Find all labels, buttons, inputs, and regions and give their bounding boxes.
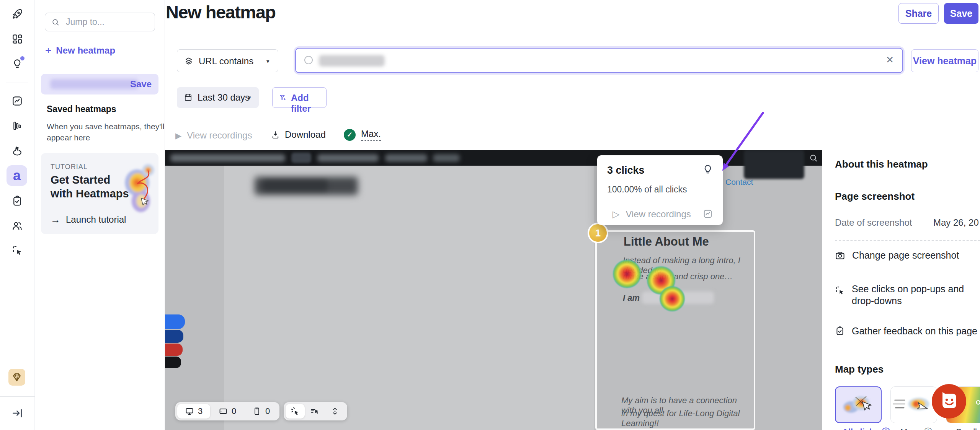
share-button[interactable]: Share <box>898 3 939 24</box>
device-tablet-toggle[interactable]: 0 <box>211 404 244 419</box>
map-label-scroll[interactable]: Scrollⓘ <box>956 426 980 430</box>
card-title: Little About Me <box>624 235 709 249</box>
search-input[interactable] <box>66 13 150 31</box>
desktop-icon <box>185 407 194 416</box>
popups-clicks-action[interactable]: See clicks on pop-ups and drop-downs <box>835 283 976 307</box>
move-map-illustration <box>891 387 937 423</box>
journeys-cursor-icon[interactable] <box>11 145 23 156</box>
jump-to-search[interactable] <box>45 13 155 31</box>
new-heatmap-link[interactable]: + New heatmap <box>45 45 115 56</box>
favicon-placeholder <box>304 56 313 64</box>
clear-input-icon[interactable]: ✕ <box>886 54 894 65</box>
click-map-illustration <box>836 387 881 422</box>
heatmaps-active-tab[interactable]: a <box>7 165 27 186</box>
site-navbar <box>165 150 822 166</box>
panel-divider <box>822 177 980 177</box>
collapse-sidebar-icon[interactable] <box>11 407 23 419</box>
info-icon: ⓘ <box>882 426 890 430</box>
chat-smiley-icon <box>931 384 967 419</box>
device-toggle-group: 3 0 0 <box>175 402 279 420</box>
save-button[interactable]: Save <box>944 3 978 24</box>
redacted-nav-block <box>744 150 804 179</box>
dashboard-icon[interactable] <box>11 33 23 45</box>
site-search-icon <box>809 153 818 163</box>
click-map-toggle[interactable] <box>286 404 305 419</box>
rail-divider <box>6 83 28 83</box>
notification-dot <box>20 56 24 60</box>
download-icon <box>271 130 280 140</box>
search-icon <box>51 18 60 26</box>
info-icon: ⓘ <box>924 426 933 430</box>
map-label-move[interactable]: Moveⓘ <box>900 426 933 430</box>
page-screenshot-heading: Page screenshot <box>835 191 915 202</box>
heat-click-spot <box>660 286 685 311</box>
map-type-all-clicks-thumb[interactable] <box>835 386 882 423</box>
plan-gem-button[interactable] <box>8 369 25 386</box>
device-mobile-toggle[interactable]: 0 <box>245 404 278 419</box>
tooltip-clicks-count: 3 clicks <box>607 165 645 176</box>
ideas-lightbulb-icon[interactable] <box>11 58 23 70</box>
social-share-pill-black[interactable] <box>165 357 181 368</box>
chevron-down-icon: ▼ <box>247 95 252 101</box>
tutorial-title: Get Started with Heatmaps <box>51 173 129 200</box>
add-filter-button[interactable]: Add filter <box>272 87 327 108</box>
change-screenshot-action[interactable]: Change page screenshot <box>835 249 959 261</box>
camera-icon <box>835 250 845 261</box>
url-value-field[interactable]: ✕ <box>295 48 903 73</box>
check-circle-icon: ✓ <box>344 129 356 141</box>
funnels-bars-icon[interactable] <box>11 120 23 132</box>
view-recordings-action[interactable]: ▶ View recordings <box>175 130 252 141</box>
social-share-pill-blue[interactable] <box>165 314 185 329</box>
sidebar-divider <box>35 66 165 66</box>
map-types-heading: Map types <box>835 363 884 375</box>
gather-feedback-action[interactable]: Gather feedback on this page <box>835 325 977 337</box>
social-share-pill-navy[interactable] <box>165 330 183 343</box>
heatmaps-logo-icon: a <box>13 169 21 182</box>
rocket-icon[interactable] <box>11 8 23 20</box>
date-of-screenshot-label: Date of screenshot <box>835 217 912 228</box>
heatmap-blob-illustration <box>118 158 158 217</box>
view-heatmap-button[interactable]: View heatmap <box>911 49 978 72</box>
url-operator-select[interactable]: URL contains ▼ <box>177 49 278 72</box>
interviews-people-icon[interactable] <box>11 220 23 231</box>
about-me-card: 1 Little About Me Instead of making a lo… <box>595 230 755 430</box>
move-cursor-icon <box>310 406 320 416</box>
heat-click-spot <box>613 260 641 288</box>
tooltip-divider <box>597 203 723 203</box>
date-of-screenshot-value: May 26, 20 <box>933 217 979 228</box>
saved-heatmaps-heading: Saved heatmaps <box>47 104 116 114</box>
trends-chart-icon[interactable] <box>11 95 23 107</box>
move-map-toggle[interactable] <box>305 404 325 419</box>
save-row-action[interactable]: Save <box>130 79 152 90</box>
saved-heatmaps-empty-text: When you save heatmaps, they'll appear h… <box>47 121 165 143</box>
map-type-move-thumb[interactable] <box>890 386 937 423</box>
launch-tutorial-link[interactable]: → Launch tutorial <box>51 214 126 225</box>
contact-link[interactable]: Contact <box>725 178 753 187</box>
tablet-icon <box>219 407 228 416</box>
download-action[interactable]: Download <box>271 129 326 140</box>
rail-divider <box>0 396 35 397</box>
feedback-chat-widget[interactable] <box>931 384 967 419</box>
date-range-select[interactable]: Last 30 days ▼ <box>177 87 259 108</box>
map-mode-toggle-group <box>284 402 347 420</box>
panel-title: About this heatmap <box>835 158 928 170</box>
device-desktop-toggle[interactable]: 3 <box>177 404 210 419</box>
surveys-clipboard-icon[interactable] <box>11 195 23 207</box>
gem-icon <box>11 372 22 383</box>
feedback-cursor-icon[interactable] <box>11 244 23 256</box>
redacted-url-value <box>319 55 385 67</box>
unsaved-heatmap-row[interactable]: Save <box>41 74 158 94</box>
map-label-all-clicks[interactable]: All clicksⓘ <box>842 426 890 430</box>
layers-icon <box>184 57 193 66</box>
scroll-map-toggle[interactable] <box>325 404 345 419</box>
dashed-divider <box>835 240 980 241</box>
play-outline-icon: ▷ <box>612 210 619 219</box>
social-share-pill-red[interactable] <box>165 344 183 356</box>
click-rank-badge: 1 <box>588 223 608 243</box>
redacted-site-title-inner <box>263 181 328 191</box>
tooltip-view-recordings[interactable]: ▷ View recordings <box>612 209 691 220</box>
opacity-toggle[interactable]: ✓ Max. <box>344 129 381 141</box>
heatmap-preview[interactable]: Contact 1 Little About Me Instead of mak… <box>165 150 822 430</box>
tutorial-eyebrow: TUTORIAL <box>51 163 88 171</box>
click-details-tooltip: 3 clicks 100.00% of all clicks ▷ View re… <box>597 155 723 225</box>
